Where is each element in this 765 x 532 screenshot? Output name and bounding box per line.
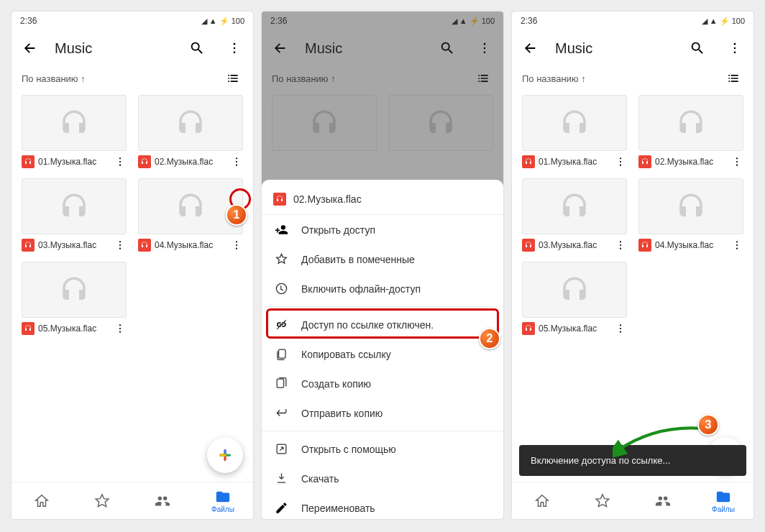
bottom-nav: Файлы xyxy=(12,482,253,519)
nav-shared[interactable] xyxy=(132,482,193,519)
file-thumb xyxy=(138,178,243,234)
highlight-box-2 xyxy=(266,308,499,339)
file-thumb xyxy=(138,95,243,151)
screen-3: 2:36 ◢ ▲ ⚡ 100 Music По названию ↑ 01.Му… xyxy=(512,12,753,519)
file-more-button[interactable] xyxy=(614,239,627,251)
app-title: Music xyxy=(55,40,173,57)
file-thumb xyxy=(638,178,743,234)
file-card[interactable]: 04.Музыка.flac xyxy=(638,178,743,252)
nav-files-label: Файлы xyxy=(211,505,234,513)
app-title: Music xyxy=(555,40,673,57)
fab-add[interactable] xyxy=(207,437,243,473)
sort-label[interactable]: По названию ↑ xyxy=(522,73,586,84)
signal-icon: ◢ xyxy=(201,17,207,26)
bottom-nav: Файлы xyxy=(512,482,753,519)
sheet-header: 02.Музыка.flac xyxy=(262,184,503,215)
status-bar: 2:36 ◢ ▲ ⚡ 100 xyxy=(12,12,253,30)
app-bar: Music xyxy=(512,30,753,66)
sheet-share[interactable]: Открыть доступ xyxy=(262,215,503,244)
file-more-button[interactable] xyxy=(230,239,243,251)
battery-icon: ⚡ xyxy=(219,17,229,26)
file-more-button[interactable] xyxy=(730,239,743,251)
sheet-label: Включить офлайн-доступ xyxy=(301,283,421,295)
audio-icon xyxy=(22,322,35,335)
search-button[interactable] xyxy=(684,35,710,61)
file-grid: 01.Музыка.flac 02.Музыка.flac 03.Музыка.… xyxy=(12,91,253,339)
back-button[interactable] xyxy=(518,35,544,61)
file-name: 05.Музыка.flac xyxy=(38,324,110,334)
divider xyxy=(262,431,503,431)
sheet-label: Копировать ссылку xyxy=(301,349,391,360)
audio-icon xyxy=(138,239,151,252)
annotation-arrow xyxy=(613,421,706,457)
file-thumb xyxy=(22,95,127,151)
file-name: 05.Музыка.flac xyxy=(539,324,610,334)
sheet-make-copy[interactable]: Создать копию xyxy=(262,369,503,398)
nav-files[interactable]: Файлы xyxy=(693,482,753,519)
file-thumb xyxy=(22,262,127,318)
file-card[interactable]: 01.Музыка.flac xyxy=(22,95,127,168)
file-card[interactable]: 05.Музыка.flac xyxy=(22,262,127,335)
audio-icon xyxy=(522,239,535,252)
file-more-button[interactable] xyxy=(730,156,743,168)
file-name: 01.Музыка.flac xyxy=(38,157,110,167)
search-button[interactable] xyxy=(184,35,210,61)
app-bar: Music xyxy=(12,30,253,66)
step-badge-1: 1 xyxy=(226,204,247,226)
nav-starred[interactable] xyxy=(572,482,633,519)
file-thumb xyxy=(522,95,627,151)
file-card[interactable]: 05.Музыка.flac xyxy=(522,262,627,335)
sort-row: По названию ↑ xyxy=(12,66,253,91)
file-thumb xyxy=(522,178,627,234)
screen-1: 2:36 ◢ ▲ ⚡ 100 Music По названию ↑ 01.Му… xyxy=(12,12,253,519)
nav-home[interactable] xyxy=(12,482,72,519)
view-toggle[interactable] xyxy=(223,68,243,88)
sheet-copy-link[interactable]: Копировать ссылку xyxy=(262,339,503,369)
sheet-star[interactable]: Добавить в помеченные xyxy=(262,244,503,274)
sheet-send-copy[interactable]: Отправить копию xyxy=(262,398,503,428)
file-name: 03.Музыка.flac xyxy=(38,240,110,250)
file-name: 02.Музыка.flac xyxy=(155,157,226,167)
nav-shared[interactable] xyxy=(633,482,693,519)
nav-files[interactable]: Файлы xyxy=(193,482,253,519)
overflow-button[interactable] xyxy=(221,35,247,61)
file-more-button[interactable] xyxy=(114,323,127,334)
sort-label[interactable]: По названию ↑ xyxy=(22,73,86,84)
status-time: 2:36 xyxy=(20,16,37,26)
nav-home[interactable] xyxy=(512,482,572,519)
back-button[interactable] xyxy=(17,35,43,61)
sheet-label: Скачать xyxy=(301,473,339,485)
view-toggle[interactable] xyxy=(723,68,743,88)
file-more-button[interactable] xyxy=(114,156,127,168)
sheet-rename[interactable]: Переименовать xyxy=(262,493,503,519)
audio-icon xyxy=(522,322,535,335)
battery-pct: 100 xyxy=(232,17,244,25)
sheet-download[interactable]: Скачать xyxy=(262,464,503,493)
sort-row: По названию ↑ xyxy=(512,66,753,91)
file-more-button[interactable] xyxy=(614,156,627,168)
signal-icon: ◢ xyxy=(702,17,707,26)
status-time: 2:36 xyxy=(521,16,537,26)
file-name: 04.Музыка.flac xyxy=(655,240,727,250)
file-card[interactable]: 03.Музыка.flac xyxy=(22,178,127,252)
sheet-label: Создать копию xyxy=(301,378,371,390)
file-thumb xyxy=(522,262,627,318)
file-more-button[interactable] xyxy=(614,323,627,334)
file-card[interactable]: 02.Музыка.flac xyxy=(138,95,243,168)
audio-icon xyxy=(138,155,151,168)
status-bar: 2:36 ◢ ▲ ⚡ 100 xyxy=(512,12,753,30)
bottom-sheet: 02.Музыка.flac Открыть доступ Добавить в… xyxy=(262,180,503,519)
file-card[interactable]: 03.Музыка.flac xyxy=(522,178,627,252)
file-card[interactable]: 02.Музыка.flac xyxy=(638,95,743,168)
status-icons: ◢ ▲ ⚡ 100 xyxy=(201,17,244,26)
sheet-open-with[interactable]: Открыть с помощью xyxy=(262,434,503,464)
file-more-button[interactable] xyxy=(114,239,127,251)
nav-starred[interactable] xyxy=(72,482,132,519)
file-card[interactable]: 01.Музыка.flac xyxy=(522,95,627,168)
file-name: 03.Музыка.flac xyxy=(539,240,610,250)
overflow-button[interactable] xyxy=(722,35,748,61)
file-name: 01.Музыка.flac xyxy=(539,157,610,167)
file-more-button[interactable] xyxy=(230,156,243,168)
sheet-offline[interactable]: Включить офлайн-доступ xyxy=(262,274,503,303)
file-thumb xyxy=(22,178,127,234)
